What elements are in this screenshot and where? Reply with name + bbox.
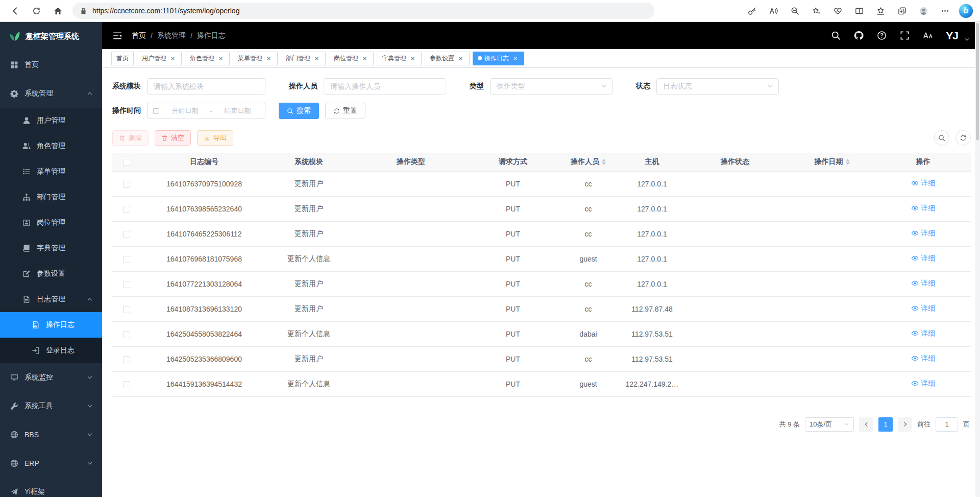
browser-essentials-icon[interactable]: [830, 4, 845, 18]
chevron-down-icon[interactable]: [964, 37, 970, 42]
column-header[interactable]: 操作日期: [789, 153, 875, 171]
row-checkbox[interactable]: [123, 181, 130, 188]
lock-icon[interactable]: [80, 7, 87, 15]
sidebar-item[interactable]: 字典管理: [0, 235, 102, 261]
type-select[interactable]: 操作类型: [490, 78, 612, 94]
profile-avatar[interactable]: [916, 4, 930, 18]
next-page-button[interactable]: [898, 417, 912, 432]
detail-link[interactable]: 详细: [911, 254, 935, 263]
close-icon[interactable]: ×: [313, 55, 321, 62]
sidebar-item[interactable]: 角色管理: [0, 133, 102, 159]
address-bar[interactable]: https://ccnetcore.com:1101/system/log/op…: [72, 3, 654, 19]
status-select[interactable]: 日志状态: [656, 78, 779, 94]
sidebar-item[interactable]: 操作日志: [0, 312, 102, 338]
breadcrumb-item[interactable]: 系统管理: [157, 31, 186, 40]
search-button[interactable]: 搜索: [279, 103, 319, 119]
close-icon[interactable]: ×: [169, 55, 177, 62]
sidebar-item[interactable]: 菜单管理: [0, 159, 102, 184]
text-size-icon[interactable]: [923, 31, 933, 40]
tab-item[interactable]: 操作日志×: [473, 52, 524, 65]
sidebar-item[interactable]: 用户管理: [0, 108, 102, 133]
detail-link[interactable]: 详细: [911, 279, 935, 288]
operator-input[interactable]: [324, 78, 446, 94]
detail-link[interactable]: 详细: [911, 204, 935, 213]
sidebar-item[interactable]: 日志管理: [0, 287, 102, 312]
row-checkbox[interactable]: [123, 256, 130, 263]
more-icon[interactable]: [938, 4, 952, 18]
sidebar-item[interactable]: 部门管理: [0, 184, 102, 210]
page-scrollbar[interactable]: [975, 22, 980, 497]
back-icon[interactable]: [5, 2, 24, 19]
sidebar-item[interactable]: 系统管理: [0, 79, 102, 108]
home-icon[interactable]: [48, 2, 67, 19]
detail-link[interactable]: 详细: [911, 304, 935, 313]
sort-icon[interactable]: [846, 159, 850, 165]
help-icon[interactable]: [877, 31, 887, 40]
sidebar-item[interactable]: BBS: [0, 420, 102, 449]
tab-item[interactable]: 用户管理×: [137, 52, 182, 65]
favorite-add-icon[interactable]: [809, 4, 823, 18]
close-icon[interactable]: ×: [511, 55, 519, 62]
close-icon[interactable]: ×: [409, 55, 416, 62]
row-checkbox[interactable]: [123, 381, 130, 388]
tab-item[interactable]: 参数设置×: [425, 52, 470, 65]
column-header[interactable]: 操作人员: [554, 153, 623, 171]
page-number-button[interactable]: 1: [878, 417, 893, 432]
collections-icon[interactable]: [895, 4, 909, 18]
reload-icon[interactable]: [27, 2, 46, 19]
sidebar-item[interactable]: 系统监控: [0, 363, 102, 392]
clear-button[interactable]: 清空: [155, 130, 191, 146]
sidebar-item[interactable]: ERP: [0, 449, 102, 478]
tab-item[interactable]: 部门管理×: [281, 52, 326, 65]
detail-link[interactable]: 详细: [911, 379, 935, 388]
sidebar-item[interactable]: 系统工具: [0, 392, 102, 420]
search-icon[interactable]: [831, 31, 841, 40]
toggle-search-button[interactable]: [934, 130, 949, 146]
row-checkbox[interactable]: [123, 306, 130, 313]
date-range-picker[interactable]: 开始日期 - 结束日期: [147, 103, 265, 119]
sort-icon[interactable]: [602, 159, 606, 165]
favorites-bar-icon[interactable]: [873, 4, 888, 18]
goto-page-input[interactable]: [936, 417, 958, 432]
reset-button[interactable]: 重置: [325, 103, 365, 119]
split-screen-icon[interactable]: [852, 4, 866, 18]
sidebar-item[interactable]: 首页: [0, 51, 102, 79]
close-icon[interactable]: ×: [361, 55, 369, 62]
tab-item[interactable]: 角色管理×: [185, 52, 230, 65]
close-icon[interactable]: ×: [457, 55, 464, 62]
select-all-checkbox[interactable]: [123, 159, 130, 166]
row-checkbox[interactable]: [123, 331, 130, 338]
sidebar-item[interactable]: 登录日志: [0, 338, 102, 363]
copilot-icon[interactable]: b: [959, 4, 973, 18]
prev-page-button[interactable]: [859, 417, 873, 432]
refresh-table-button[interactable]: [955, 130, 971, 146]
tab-item[interactable]: 岗位管理×: [329, 52, 374, 65]
export-button[interactable]: 导出: [197, 130, 233, 146]
github-icon[interactable]: [854, 31, 864, 40]
row-checkbox[interactable]: [123, 356, 130, 363]
sidebar-item[interactable]: 参数设置: [0, 261, 102, 287]
tab-item[interactable]: 首页: [111, 52, 134, 65]
delete-button[interactable]: 删除: [112, 130, 149, 146]
detail-link[interactable]: 详细: [911, 229, 935, 238]
menu-fold-icon[interactable]: [112, 31, 122, 41]
yj-logo[interactable]: YJ: [946, 30, 958, 42]
sidebar-item[interactable]: 岗位管理: [0, 210, 102, 235]
close-icon[interactable]: ×: [217, 55, 225, 62]
detail-link[interactable]: 详细: [911, 329, 935, 338]
module-input[interactable]: [147, 78, 265, 94]
sidebar-item[interactable]: Yi框架: [0, 478, 102, 497]
key-icon[interactable]: [745, 4, 759, 18]
row-checkbox[interactable]: [123, 281, 130, 288]
detail-link[interactable]: 详细: [911, 354, 935, 363]
close-icon[interactable]: ×: [265, 55, 273, 62]
scrollbar-thumb[interactable]: [976, 23, 979, 140]
tab-item[interactable]: 菜单管理×: [233, 52, 278, 65]
row-checkbox[interactable]: [123, 206, 130, 213]
page-size-select[interactable]: 10条/页: [805, 417, 854, 432]
read-aloud-icon[interactable]: [766, 4, 780, 18]
breadcrumb-item[interactable]: 首页: [132, 31, 146, 40]
detail-link[interactable]: 详细: [911, 179, 935, 188]
zoom-out-icon[interactable]: [788, 4, 802, 18]
fullscreen-icon[interactable]: [900, 31, 910, 40]
